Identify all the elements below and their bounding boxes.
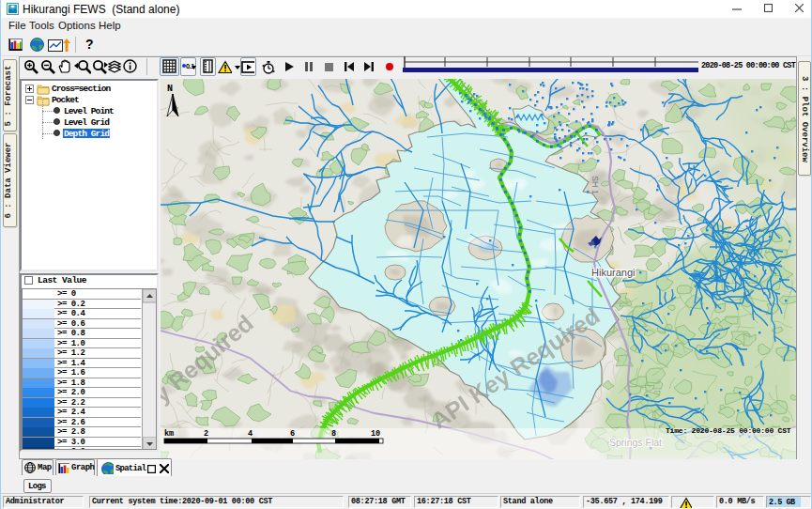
svg-text:4: 4 (248, 429, 253, 439)
svg-text:6: 6 (290, 429, 295, 439)
svg-text:Hikurangi: Hikurangi (591, 267, 635, 278)
svg-text:10: 10 (371, 429, 380, 439)
svg-text:8: 8 (331, 429, 336, 439)
svg-text:SH 1: SH 1 (590, 176, 600, 194)
svg-text:2: 2 (204, 429, 208, 439)
svg-text:Time: 2020-08-25 00:00:00 CST: Time: 2020-08-25 00:00:00 CST (666, 426, 791, 435)
svg-text:N: N (167, 84, 173, 94)
svg-text:km: km (164, 429, 174, 439)
